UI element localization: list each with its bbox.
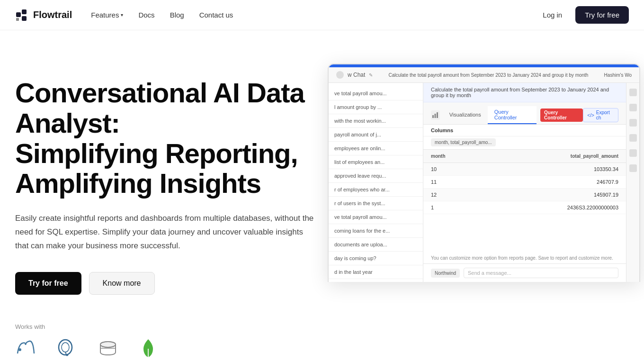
- screenshot-header-left: w Chat ✎: [336, 71, 373, 79]
- data-table: month total_payroll_amount 10 103350.34 …: [423, 150, 626, 253]
- side-icon-4: [629, 134, 637, 142]
- nav-blog[interactable]: Blog: [170, 11, 184, 19]
- cell-month: 11: [431, 178, 525, 186]
- svg-rect-13: [435, 114, 436, 118]
- nav-contact[interactable]: Contact us: [199, 11, 233, 19]
- edit-icon: ✎: [369, 72, 373, 78]
- hero-buttons: Try for free Know more: [15, 272, 337, 295]
- table-row: 12 145907.19: [423, 189, 626, 201]
- svg-point-10: [100, 342, 116, 347]
- query-controller-badge: Query Controller: [540, 109, 583, 122]
- nav-links: Features ▾ Docs Blog Contact us: [91, 11, 233, 19]
- user-badge: Hashim's Wo: [604, 72, 632, 78]
- svg-rect-2: [22, 16, 27, 21]
- column-pill: month, total_payroll_amo...: [431, 138, 496, 146]
- mysql-icon: [15, 338, 36, 359]
- chat-item[interactable]: list of employees an...: [329, 155, 423, 169]
- hero-content: Conversational AI Data Analyst: Simplify…: [15, 68, 337, 362]
- nav-right: Log in Try for free: [537, 6, 629, 24]
- sqlserver-icon: [98, 338, 118, 359]
- table-header: month total_payroll_amount: [423, 150, 626, 163]
- table-row: 10 103350.34: [423, 163, 626, 176]
- svg-rect-12: [432, 115, 434, 118]
- logo-text: Flowtrail: [33, 9, 72, 20]
- chat-sidebar: ve total payroll amou... l amount group …: [329, 83, 423, 282]
- chat-item[interactable]: d in the last year: [329, 265, 423, 279]
- nav-docs[interactable]: Docs: [138, 11, 154, 19]
- chat-input-bar: Northwind Send a message...: [423, 263, 626, 282]
- chat-label: w Chat: [348, 72, 365, 78]
- viz-tabs-row: Visualizations Query Controller Query Co…: [423, 102, 626, 125]
- cell-amount: 103350.34: [525, 165, 618, 173]
- hero-description: Easily create insightful reports and das…: [15, 212, 318, 253]
- svg-rect-3: [16, 18, 19, 21]
- chat-item[interactable]: l amount group by ...: [329, 100, 423, 114]
- svg-point-6: [62, 343, 69, 352]
- works-with-label: Works with: [15, 323, 337, 330]
- navbar: Flowtrail Features ▾ Docs Blog Contact u…: [0, 0, 644, 30]
- try-for-free-hero-button[interactable]: Try for free: [15, 272, 81, 295]
- know-more-button[interactable]: Know more: [89, 272, 155, 295]
- tab-query-controller[interactable]: Query Controller: [488, 106, 537, 124]
- export-button[interactable]: </> Export ch: [583, 108, 618, 122]
- chat-item[interactable]: day is coming up?: [329, 252, 423, 265]
- table-row: 1 2436S3.22000000003: [423, 201, 626, 214]
- chat-item[interactable]: employees are onlin...: [329, 142, 423, 155]
- tab-visualizations[interactable]: Visualizations: [443, 109, 488, 121]
- chart-icon: [431, 110, 440, 120]
- side-icon-panel: [626, 83, 639, 282]
- message-input[interactable]: Send a message...: [464, 268, 618, 278]
- logo-icon: [15, 9, 28, 22]
- side-icon-3: [629, 119, 637, 127]
- svg-rect-14: [437, 112, 438, 118]
- svg-rect-1: [22, 9, 27, 14]
- postgresql-logo: PostgreSQL: [51, 338, 80, 362]
- save-message: You can customize more option from repor…: [423, 255, 626, 263]
- main-content-area: Calculate the total payroll amount from …: [423, 83, 626, 282]
- cell-amount: 2436S3.22000000003: [525, 203, 618, 212]
- query-subheader-text: Calculate the total payroll amount from …: [431, 87, 609, 98]
- svg-point-4: [18, 348, 21, 351]
- chat-item[interactable]: approved leave requ...: [329, 169, 423, 183]
- mongodb-icon: [138, 338, 159, 359]
- screenshot-body: ve total payroll amou... l amount group …: [329, 83, 639, 282]
- cell-month: 10: [431, 165, 525, 173]
- login-button[interactable]: Log in: [537, 7, 568, 23]
- cell-month: 1: [431, 203, 525, 212]
- chat-item[interactable]: documents are uploa...: [329, 238, 423, 252]
- side-icon-1: [629, 89, 637, 96]
- cell-amount: 145907.19: [525, 190, 618, 199]
- chat-item[interactable]: r of employees who ar...: [329, 183, 423, 197]
- columns-header: Columns: [423, 125, 626, 136]
- sqlserver-logo: SQL Server: [95, 338, 122, 362]
- columns-pills: month, total_payroll_amo...: [423, 136, 626, 150]
- nav-features[interactable]: Features ▾: [91, 11, 123, 19]
- hero-screenshot: w Chat ✎ Calculate the total payroll amo…: [328, 63, 640, 282]
- side-icon-6: [629, 164, 637, 172]
- side-icon-2: [629, 104, 637, 111]
- chevron-down-icon: ▾: [121, 12, 123, 18]
- screenshot-header: w Chat ✎ Calculate the total payroll amo…: [329, 67, 639, 83]
- chat-item[interactable]: coming loans for the e...: [329, 224, 423, 238]
- chat-item[interactable]: ve total payroll amou...: [329, 87, 423, 100]
- postgresql-icon: [55, 338, 76, 359]
- mysql-logo: MySQL: [15, 338, 36, 362]
- chat-item[interactable]: ve total payroll amou...: [329, 210, 423, 224]
- col-month: month: [431, 152, 525, 161]
- chat-item[interactable]: payroll amount of j...: [329, 128, 423, 142]
- hero-section: Conversational AI Data Analyst: Simplify…: [0, 30, 644, 362]
- query-subheader: Calculate the total payroll amount from …: [423, 83, 626, 102]
- side-icon-5: [629, 149, 637, 157]
- db-logos: MySQL PostgreSQL: [15, 338, 337, 362]
- chat-item[interactable]: with the most workin...: [329, 114, 423, 128]
- chat-item[interactable]: ve total salary of Ande...: [329, 279, 423, 282]
- cell-month: 12: [431, 190, 525, 199]
- svg-rect-0: [16, 12, 21, 17]
- logo[interactable]: Flowtrail: [15, 9, 72, 22]
- try-for-free-nav-button[interactable]: Try for free: [575, 6, 629, 24]
- query-text-header: Calculate the total payroll amount from …: [373, 72, 604, 78]
- chat-item[interactable]: r of users in the syst...: [329, 197, 423, 210]
- app-screenshot: w Chat ✎ Calculate the total payroll amo…: [328, 63, 640, 282]
- works-with-section: Works with MySQL: [15, 323, 337, 362]
- db-source-badge: Northwind: [431, 269, 460, 278]
